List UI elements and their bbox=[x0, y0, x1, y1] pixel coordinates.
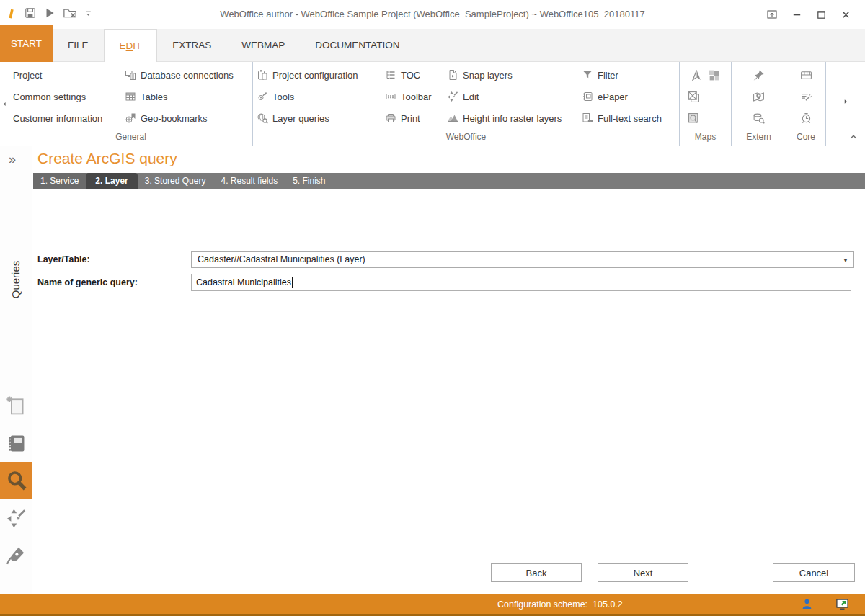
ribbon-group-label-general: General bbox=[9, 132, 252, 146]
query-name-input[interactable]: Cadastral Municipalities bbox=[191, 274, 851, 291]
ribbon-item-project-configuration[interactable]: Project configuration bbox=[253, 64, 381, 86]
close-button[interactable] bbox=[833, 4, 858, 25]
ribbon-item-epaper[interactable]: ePaper bbox=[578, 86, 678, 107]
ribbon-item-toc[interactable]: TOC bbox=[381, 64, 443, 86]
maximize-button[interactable] bbox=[809, 4, 833, 25]
save-icon[interactable] bbox=[24, 6, 37, 19]
pushpin-icon[interactable] bbox=[753, 69, 765, 81]
tab-start[interactable]: START bbox=[0, 25, 53, 62]
wizard-step-stored-query[interactable]: 3. Stored Query bbox=[138, 173, 213, 189]
core-storage-icon[interactable] bbox=[800, 69, 812, 81]
queries-sidebar: » Queries bbox=[0, 146, 32, 594]
layer-queries-icon bbox=[257, 112, 268, 124]
map-marker-icon[interactable] bbox=[753, 91, 765, 103]
configuration-scheme: Configuration scheme:105.0.2 bbox=[497, 594, 623, 614]
wizard-step-layer[interactable]: 2. Layer bbox=[86, 173, 137, 189]
map-tiles-icon[interactable] bbox=[708, 69, 720, 81]
toolbar-icon bbox=[385, 91, 396, 102]
minimize-button[interactable] bbox=[784, 4, 809, 25]
wizard-step-result-fields[interactable]: 4. Result fields bbox=[213, 173, 285, 189]
search-query-icon[interactable] bbox=[0, 462, 32, 499]
ribbon-group-weboffice: Project configuration Tools Layer querie… bbox=[253, 62, 680, 146]
new-query-icon[interactable] bbox=[0, 387, 32, 424]
ribbon-item-database-connections[interactable]: Database connections bbox=[121, 64, 251, 86]
ribbon-item-toolbar[interactable]: Toolbar bbox=[381, 86, 443, 107]
expand-panel-icon[interactable]: » bbox=[9, 152, 16, 167]
tools-icon bbox=[257, 91, 268, 102]
edit-icon bbox=[447, 91, 458, 102]
layer-table-row: Layer/Table: Cadaster//Cadastral Municip… bbox=[37, 251, 854, 268]
ribbon-group-core: Core bbox=[786, 62, 826, 146]
tab-edit[interactable]: EDIT bbox=[104, 29, 158, 62]
wizard-step-service[interactable]: 1. Service bbox=[33, 173, 86, 189]
ribbon-item-print[interactable]: Print bbox=[381, 107, 443, 129]
print-icon bbox=[385, 112, 396, 124]
scheduler-icon[interactable] bbox=[800, 112, 812, 125]
tables-icon bbox=[125, 91, 136, 102]
layer-table-select[interactable]: Cadaster//Cadastral Municipalities (Laye… bbox=[191, 251, 854, 268]
wizard-steps-bar: 1. Service 2. Layer 3. Stored Query 4. R… bbox=[33, 173, 865, 189]
tab-webmap[interactable]: WEBMAP bbox=[226, 29, 300, 61]
sidebar-panel-label[interactable]: Queries bbox=[0, 207, 32, 352]
ribbon-item-layer-queries[interactable]: Layer queries bbox=[253, 107, 381, 129]
new-pencil-icon[interactable] bbox=[6, 7, 17, 19]
ribbon-item-geo-bookmarks[interactable]: Geo-bookmarks bbox=[121, 107, 251, 129]
edit-features-icon[interactable] bbox=[0, 499, 32, 537]
ribbon-item-snap-layers[interactable]: Snap layers bbox=[443, 64, 578, 86]
wizard-panel: Create ArcGIS query 1. Service 2. Layer … bbox=[33, 146, 865, 594]
statusbar: Configuration scheme:105.0.2 bbox=[0, 594, 865, 616]
collapse-ribbon-icon[interactable] bbox=[848, 132, 859, 142]
raster-map-icon[interactable] bbox=[688, 112, 700, 125]
ribbon-scroll-left-icon[interactable] bbox=[0, 62, 9, 146]
titlebar: WebOffice author - WebOffice Sample Proj… bbox=[0, 0, 865, 29]
ribbon-group-label-weboffice: WebOffice bbox=[253, 132, 679, 146]
project-configuration-icon bbox=[257, 69, 268, 81]
back-button[interactable]: Back bbox=[491, 563, 582, 582]
ribbon-item-project[interactable]: Project bbox=[9, 64, 121, 86]
ribbon-display-options-icon[interactable] bbox=[760, 4, 784, 25]
next-button[interactable]: Next bbox=[598, 563, 688, 582]
close-project-icon[interactable] bbox=[63, 6, 77, 20]
wizard-step-finish[interactable]: 5. Finish bbox=[285, 173, 332, 189]
window-controls bbox=[760, 0, 858, 29]
ribbon-group-label-core: Core bbox=[786, 132, 825, 146]
height-info-raster-layers-icon bbox=[447, 112, 458, 124]
weboffice-author-window: WebOffice author - WebOffice Sample Proj… bbox=[0, 0, 865, 616]
ribbon-item-full-text-search[interactable]: Full-text search bbox=[578, 107, 678, 129]
tab-file[interactable]: FILE bbox=[53, 29, 104, 61]
ribbon-item-tables[interactable]: Tables bbox=[121, 86, 251, 107]
query-name-label: Name of generic query: bbox=[37, 277, 191, 287]
map-layers-icon[interactable] bbox=[688, 91, 700, 103]
ribbon-item-height-info-raster-layers[interactable]: Height info raster layers bbox=[443, 107, 578, 129]
filter-icon bbox=[582, 69, 593, 81]
footer-divider bbox=[37, 555, 855, 555]
ribbon-group-label-extern: Extern bbox=[732, 132, 786, 146]
cancel-button[interactable]: Cancel bbox=[773, 563, 855, 582]
ribbon-group-label-maps: Maps bbox=[680, 132, 731, 146]
full-text-search-icon bbox=[582, 112, 593, 124]
north-arrow-icon[interactable] bbox=[691, 69, 703, 81]
user-icon[interactable] bbox=[801, 598, 813, 610]
ribbon-item-edit[interactable]: Edit bbox=[443, 86, 578, 107]
chevron-down-icon: ▼ bbox=[843, 257, 848, 264]
tab-extras[interactable]: EXTRAS bbox=[157, 29, 226, 61]
remote-monitor-icon[interactable] bbox=[835, 597, 849, 611]
ribbon-scroll-right-icon[interactable] bbox=[842, 98, 849, 105]
start-project-icon[interactable] bbox=[43, 6, 56, 19]
ribbon-tabstrip: START FILE EDIT EXTRAS WEBMAP DOCUMENTAT… bbox=[0, 29, 865, 62]
core-settings-icon[interactable] bbox=[800, 91, 812, 103]
ribbon-item-customer-information[interactable]: Customer information bbox=[9, 107, 121, 129]
tab-documentation[interactable]: DOCUMENTATION bbox=[300, 29, 414, 61]
ribbon-group-general: Project Common settings Customer informa… bbox=[9, 62, 253, 146]
quick-access-toolbar bbox=[6, 6, 93, 20]
ribbon-item-common-settings[interactable]: Common settings bbox=[9, 86, 121, 107]
ribbon-right-rail bbox=[826, 62, 865, 146]
ribbon-item-filter[interactable]: Filter bbox=[578, 64, 678, 86]
customize-quick-access-icon[interactable] bbox=[84, 9, 93, 18]
layer-table-label: Layer/Table: bbox=[37, 254, 191, 264]
query-notebook-icon[interactable] bbox=[0, 424, 32, 462]
database-search-icon[interactable] bbox=[753, 112, 765, 125]
window-title: WebOffice author - WebOffice Sample Proj… bbox=[144, 0, 721, 29]
digitize-icon[interactable] bbox=[0, 537, 32, 574]
ribbon-item-tools[interactable]: Tools bbox=[253, 86, 381, 107]
